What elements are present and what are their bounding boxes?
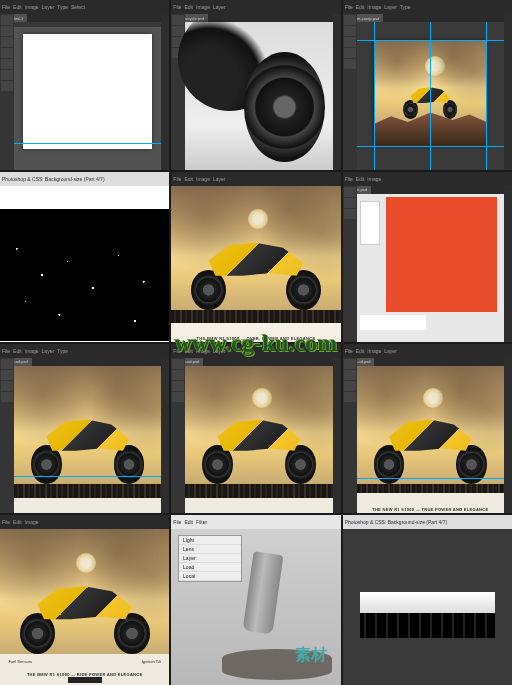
right-panels[interactable] [161,14,169,170]
tools-panel[interactable] [343,358,357,514]
canvas[interactable]: THE NEW R1 S1000 — TRUE POWER AND ELEGAN… [357,366,504,514]
thumbnail-8[interactable]: FileEditImageLayer bmw-ad.psd [171,344,340,514]
canvas[interactable] [185,22,332,170]
thumbnail-1[interactable]: FileEditImageLayerTypeSelect Untitled-1 [0,0,169,170]
thumbnail-3[interactable]: FileEditImageLayerType sunset-comp.psd [343,0,512,170]
app-menubar: Photoshop & CSS: Background-size (Part 4… [0,172,169,186]
thumbnail-12[interactable]: Photoshop & CSS: Background-size (Part 4… [343,515,512,685]
motorcycle [29,410,147,484]
menu-item[interactable]: Local [179,572,241,581]
menu-item[interactable]: Layer [179,554,241,563]
thumbnail-2[interactable]: FileEditImageLayer motorcycle.psd [171,0,340,170]
app-menubar: FileEditImageLayerType [343,0,512,14]
label-left: Fuel Sensors [8,659,32,664]
tools-panel[interactable] [0,14,14,170]
canvas[interactable] [185,366,332,514]
tab-bar: bmw-ad.psd [343,358,512,366]
app-menubar: FileEditImageLayerType [0,344,169,358]
canvas[interactable] [14,22,161,170]
marquee-tool-icon[interactable] [1,26,13,36]
tab-bar: layout.psd [343,186,512,194]
rendered-tool-object [242,551,283,634]
canvas[interactable] [357,22,504,170]
lasso-tool-icon[interactable] [1,37,13,47]
tab-bar: bmw-ad.psd [0,358,169,366]
canvas[interactable]: Light Lens Layer Load Local 素材 [171,529,340,685]
app-menubar: Photoshop & CSS: Background-size (Part 4… [343,515,512,529]
tab-bar: sunset-comp.psd [343,14,512,22]
canvas[interactable] [343,529,512,685]
thumbnail-4[interactable]: Photoshop & CSS: Background-size (Part 4… [0,172,169,342]
info-text [360,315,426,330]
tools-panel[interactable] [171,358,185,514]
motorcycle [188,232,323,310]
type-tool-icon[interactable] [1,81,13,91]
app-menubar: FileEditImageLayer [171,172,340,186]
right-panels[interactable] [504,14,512,170]
city-panorama [360,592,495,639]
app-menubar: FileEditImageLayer [171,0,340,14]
app-menubar: FileEditImage [343,172,512,186]
thumbnail-10[interactable]: FileEditImage Fuel Sensors Ignition Tilt… [0,515,169,685]
app-menubar: FileEditImageLayerTypeSelect [0,0,169,14]
panorama-image[interactable] [360,592,495,639]
right-panels[interactable] [333,358,341,514]
thumbnail-6[interactable]: FileEditImage layout.psd [343,172,512,342]
motorcycle [17,576,152,654]
app-menubar: FileEditImageLayer [343,344,512,358]
app-menubar: FileEditImage [0,515,169,529]
menu-item[interactable]: Light [179,536,241,545]
thumbnail-grid: FileEditImageLayerTypeSelect Untitled-1 … [0,0,512,685]
watermark-logo: 素材 [291,635,331,675]
motorcycle-wheel [244,52,325,163]
tools-panel[interactable] [0,358,14,514]
right-panels[interactable] [333,14,341,170]
brush-tool-icon[interactable] [1,59,13,69]
right-panels[interactable] [504,358,512,514]
move-tool-icon[interactable] [1,15,13,25]
ad-footer: THE BMW R1 S1000 — OVER, POWER AND ELEGA… [171,323,340,342]
right-panels[interactable] [161,358,169,514]
motorcycle [371,410,489,484]
app-menubar: FileEditImageLayer [171,344,340,358]
tab-bar: Untitled-1 [0,14,169,22]
canvas[interactable]: THE BMW R1 S1000 — OVER, POWER AND ELEGA… [171,186,340,342]
thumbnail-11[interactable]: FileEditFilter Light Lens Layer Load Loc… [171,515,340,685]
thumbnail-panel[interactable] [360,201,381,245]
motorcycle [200,410,318,484]
cta-button[interactable] [68,677,102,683]
orange-shape[interactable] [386,197,496,312]
ad-caption: THE BMW R1 S1000 — OVER, POWER AND ELEGA… [171,336,340,341]
ruler-horizontal [14,22,161,28]
canvas[interactable] [0,186,169,342]
tools-panel[interactable] [343,14,357,170]
right-panels[interactable] [504,186,512,342]
tab-bar: bmw-ad.psd [171,358,340,366]
thumbnail-7[interactable]: FileEditImageLayerType bmw-ad.psd [0,344,169,514]
tutorial-title: Photoshop & CSS: Background-size (Part 4… [2,176,105,182]
crop-tool-icon[interactable] [1,48,13,58]
label-right: Ignition Tilt [142,659,161,664]
menu-item[interactable]: Load [179,563,241,572]
menu-item[interactable]: Lens [179,545,241,554]
tutorial-title: Photoshop & CSS: Background-size (Part 4… [345,519,448,525]
tools-panel[interactable] [343,186,357,342]
canvas[interactable]: Fuel Sensors Ignition Tilt THE BMW R1 S1… [0,529,169,685]
canvas[interactable] [14,366,161,514]
dropdown-menu[interactable]: Light Lens Layer Load Local [178,535,242,582]
canvas[interactable] [357,194,504,342]
ad-caption: THE NEW R1 S1000 — TRUE POWER AND ELEGAN… [357,507,504,512]
thumbnail-9[interactable]: FileEditImageLayer bmw-ad.psd THE NEW R1… [343,344,512,514]
artboard[interactable] [23,34,153,149]
eraser-tool-icon[interactable] [1,70,13,80]
thumbnail-5[interactable]: FileEditImageLayer THE BMW R1 S1000 — OV… [171,172,340,342]
app-menubar: FileEditFilter [171,515,340,529]
city-night-image [0,209,169,341]
